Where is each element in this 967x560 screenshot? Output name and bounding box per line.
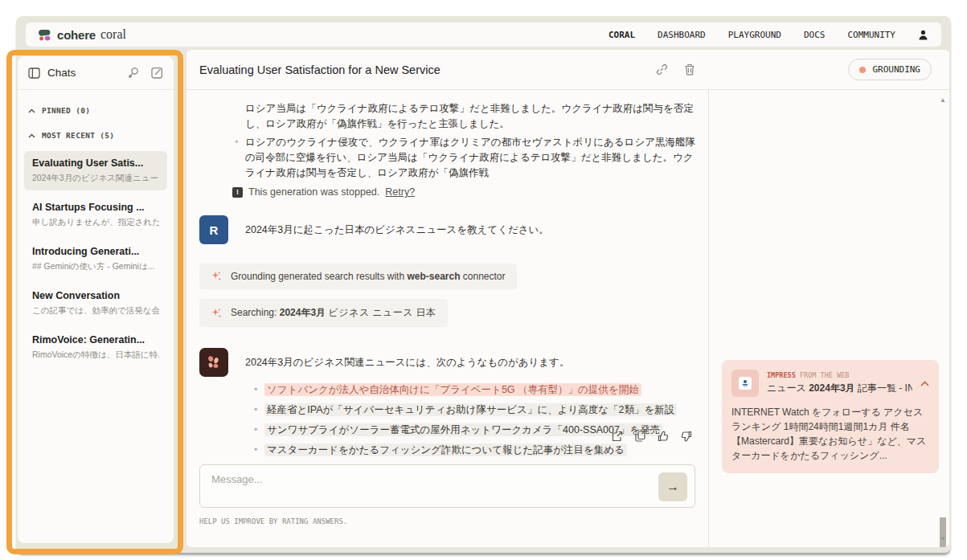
conversation-preview: この記事では、効率的で活発な会... [32,305,159,317]
chat-header: Evaluating User Satisfaction for a New S… [186,50,949,90]
conversation-title: New Conversation [32,290,159,301]
stopped-text: This generation was stopped. [248,186,379,198]
section-label: PINNED (0) [42,106,90,115]
grounding-pill-text: Grounding generated search results with … [231,271,506,282]
citation-favicon [731,370,759,397]
bot-intro-text: 2024年3月のビジネス関連ニュースには、次のようなものがあります。 [245,356,569,370]
cohere-logo[interactable]: cohere coral [39,27,126,42]
bot-message-row: 2024年3月のビジネス関連ニュースには、次のようなものがあります。 [199,348,695,377]
sparkle-icon [211,308,222,319]
conversation-list: Evaluating User Satis... 2024年3月のビジネス関連ニ… [18,140,174,367]
message-bullet: ロシアのウクライナ侵攻で、ウクライナ軍はクリミアの都市セヴァストポリにあるロシア… [245,135,695,181]
nav-item-coral[interactable]: CORAL [608,30,635,40]
coral-bot-avatar [199,348,228,377]
nav-item-dashboard[interactable]: DASHBOARD [658,30,706,40]
conversation-item[interactable]: AI Startups Focusing ... 申し訳ありませんが、指定された… [24,195,167,235]
nav-item-community[interactable]: COMMUNITY [847,30,895,40]
cited-text: 経産省とIPAが「サイバーセキュリティお助け隊サービス」に、より高度な「2類」を… [264,403,677,416]
chat-main-panel: Evaluating User Satisfaction for a New S… [186,50,949,547]
conversation-title: Introducing Generati... [32,246,159,257]
chat-title: Evaluating User Satisfaction for a New S… [199,63,640,76]
conversation-preview: ## Geminiの使い方 - Geminiは... [32,261,159,272]
conversation-preview: 2024年3月のビジネス関連ニュース... [32,173,159,184]
collapse-citation-icon[interactable] [920,381,929,386]
logo-text-coral: coral [100,27,126,42]
sparkle-icon [211,271,222,282]
message-actions [612,431,692,442]
conversation-item[interactable]: New Conversation この記事では、効率的で活発な会... [24,284,167,323]
conversation-title: AI Startups Focusing ... [32,202,159,213]
bot-bullet-item[interactable]: マスターカードをかたるフィッシング詐欺について報じた記事が注目を集める [264,444,695,456]
generation-stopped-row: ! This generation was stopped. Retry? [232,186,695,198]
message-paragraph: ロシア当局は「ウクライナ政府によるテロ攻撃」だと非難しました。ウクライナ政府は関… [245,101,695,132]
conversation-preview: RimoVoiceの特徴は、日本語に特... [32,349,159,361]
scroll-down-arrow[interactable]: ▼ [938,535,948,542]
send-button[interactable]: → [658,472,687,501]
chevron-up-icon [28,133,35,138]
section-label: MOST RECENT (5) [42,131,114,140]
cohere-logo-icon [39,28,52,42]
conversation-preview: 申し訳ありませんが、指定された UR... [32,217,159,228]
top-navbar: cohere coral CORAL DASHBOARD PLAYGROUND … [26,22,941,47]
new-chat-icon[interactable] [151,67,163,79]
conversation-item[interactable]: Introducing Generati... ## Geminiの使い方 - … [24,239,167,279]
user-message-row: R 2024年3月に起こった日本のビジネスニュースを教えてください。 [199,215,695,244]
sidebar-header: Chats [18,56,174,90]
cited-text-highlighted: ソフトバンクが法人や自治体向けに「プライベート5G （専有型）」の提供を開始 [264,383,641,396]
conversation-title: Evaluating User Satis... [32,157,159,169]
rating-footer-note: HELP US IMPROVE BY RATING ANSWERS. [199,517,347,525]
user-avatar: R [199,215,228,244]
grounding-status-dot [859,67,866,73]
citation-from-label: FROM THE WEB [800,371,849,379]
sidebar-section-most-recent[interactable]: MOST RECENT (5) [18,131,174,140]
share-export-icon[interactable] [612,431,623,442]
clipped-bot-message: ロシア当局は「ウクライナ政府によるテロ攻撃」だと非難しました。ウクライナ政府は関… [245,101,695,181]
bot-bullet-item[interactable]: ソフトバンクが法人や自治体向けに「プライベート5G （専有型）」の提供を開始 [264,384,695,396]
citation-card[interactable]: IMPRESS FROM THE WEB ニュース 2024年3月 記事一覧 -… [722,360,939,473]
conversation-item[interactable]: Evaluating User Satis... 2024年3月のビジネス関連ニ… [24,151,167,190]
user-message-text: 2024年3月に起こった日本のビジネスニュースを教えてください。 [245,223,549,237]
searching-pill-text: Searching: 2024年3月 ビジネス ニュース 日本 [231,306,436,320]
nav-item-playground[interactable]: PLAYGROUND [728,30,781,40]
conversation-title: RimoVoice: Generatin... [32,334,159,345]
conversation-item[interactable]: RimoVoice: Generatin... RimoVoiceの特徴は、日本… [24,328,167,367]
cited-text: サンワサプライがソーラー蓄電式の屋外用ネットワークカメラ「400-SSA007」… [264,423,662,436]
copy-icon[interactable] [635,431,645,442]
share-link-icon[interactable] [656,63,668,76]
search-icon[interactable] [128,67,140,79]
citations-panel: IMPRESS FROM THE WEB ニュース 2024年3月 記事一覧 -… [708,90,949,547]
delete-conversation-icon[interactable] [684,63,695,76]
logo-text-cohere: cohere [57,28,96,42]
bot-bullet-item[interactable]: 経産省とIPAが「サイバーセキュリティお助け隊サービス」に、より高度な「2類」を… [264,404,695,416]
citation-titles: IMPRESS FROM THE WEB ニュース 2024年3月 記事一覧 -… [767,371,912,395]
warning-icon: ! [232,187,243,198]
chevron-up-icon [28,108,35,113]
cited-text: マスターカードをかたるフィッシング詐欺について報じた記事が注目を集める [264,444,627,456]
chats-sidebar: Chats PINNED (0) MOST RECENT (5) Evaluat… [18,56,174,543]
user-profile-icon[interactable] [918,30,928,40]
citation-source: IMPRESS [767,371,796,379]
chat-scroll-area: ロシア当局は「ウクライナ政府によるテロ攻撃」だと非難しました。ウクライナ政府は関… [186,90,708,547]
retry-link[interactable]: Retry? [385,186,415,198]
scrollbar-thumb[interactable] [940,517,946,547]
bot-bullet-list: ソフトバンクが法人や自治体向けに「プライベート5G （専有型）」の提供を開始 経… [264,384,695,456]
scroll-up-arrow[interactable]: ▲ [938,96,948,104]
citation-title: ニュース 2024年3月 記事一覧 - INT... [767,382,912,395]
thumbs-down-icon[interactable] [681,431,692,442]
nav-item-docs[interactable]: DOCS [804,30,826,40]
citation-snippet: INTERNET Watch をフォローする アクセスランキング 1時間24時間… [731,405,929,463]
thumbs-up-icon[interactable] [658,431,669,442]
toggle-panel-icon[interactable] [28,67,40,79]
sidebar-title: Chats [47,67,76,79]
scrollbar[interactable]: ▲ ▼ [938,96,948,542]
nav-items: CORAL DASHBOARD PLAYGROUND DOCS COMMUNIT… [608,30,928,40]
grounding-badge-label: GROUNDING [872,64,920,75]
grounding-event-pill: Grounding generated search results with … [199,264,517,289]
message-input[interactable] [211,473,646,485]
sidebar-section-pinned[interactable]: PINNED (0) [18,106,174,115]
searching-event-pill: Searching: 2024年3月 ビジネス ニュース 日本 [199,299,448,327]
grounding-badge[interactable]: GROUNDING [848,59,932,80]
message-input-bar: → [199,464,695,508]
